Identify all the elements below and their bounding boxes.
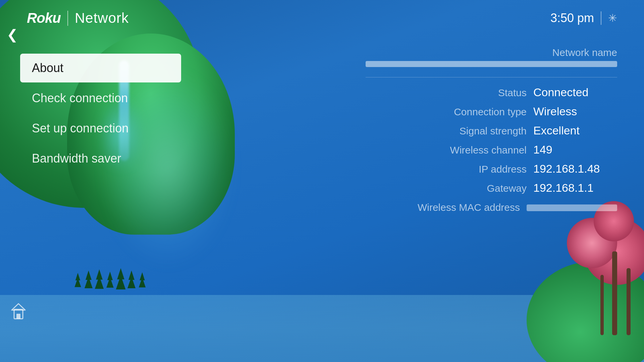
mac-address-label: Wireless MAC address <box>413 202 520 213</box>
gateway-label: Gateway <box>419 183 527 194</box>
info-row-gateway: Gateway 192.168.1.1 <box>366 181 617 194</box>
svg-rect-2 <box>16 314 20 319</box>
left-nav: About Check connection Set up connection… <box>20 54 181 174</box>
status-value: Connected <box>533 86 617 99</box>
wireless-channel-label: Wireless channel <box>419 144 527 156</box>
info-row-signal-strength: Signal strength Excellent <box>366 124 617 137</box>
info-divider <box>366 77 617 77</box>
roku-logo: Roku <box>27 10 61 26</box>
signal-icon: ✳ <box>608 12 617 24</box>
logo-divider <box>67 11 68 26</box>
home-icon <box>10 302 27 320</box>
ip-address-value: 192.168.1.48 <box>533 162 617 175</box>
header-divider <box>601 11 601 25</box>
info-row-ip-address: IP address 192.168.1.48 <box>366 162 617 175</box>
info-row-status: Status Connected <box>366 86 617 99</box>
mac-address-blurred <box>527 204 617 211</box>
nav-item-bandwidth-saver[interactable]: Bandwidth saver <box>20 144 181 173</box>
nav-item-about[interactable]: About <box>20 54 181 82</box>
logo-area: Roku Network <box>27 10 129 26</box>
back-button[interactable]: ❮ <box>7 27 18 42</box>
signal-strength-label: Signal strength <box>419 125 527 137</box>
ip-address-label: IP address <box>419 164 527 175</box>
info-row-mac-address: Wireless MAC address <box>366 200 617 214</box>
info-row-wireless-channel: Wireless channel 149 <box>366 143 617 156</box>
status-label: Status <box>419 87 527 99</box>
network-name-label: Network name <box>366 47 617 58</box>
signal-strength-value: Excellent <box>533 124 617 137</box>
info-row-connection-type: Connection type Wireless <box>366 105 617 118</box>
time-display: 3:50 pm <box>550 11 594 25</box>
header-right: 3:50 pm ✳ <box>550 11 617 25</box>
back-icon: ❮ <box>7 27 18 42</box>
mac-address-value <box>527 200 617 214</box>
network-name-value-blurred <box>366 61 617 67</box>
wireless-channel-value: 149 <box>533 143 617 156</box>
header: Roku Network 3:50 pm ✳ <box>27 10 617 26</box>
gateway-value: 192.168.1.1 <box>533 181 617 194</box>
home-icon-area[interactable] <box>10 302 27 322</box>
connection-type-value: Wireless <box>533 105 617 118</box>
info-panel: Network name Status Connected Connection… <box>366 47 617 220</box>
nav-item-setup-connection[interactable]: Set up connection <box>20 114 181 143</box>
connection-type-label: Connection type <box>419 106 527 118</box>
page-title: Network <box>75 10 129 26</box>
nav-item-check-connection[interactable]: Check connection <box>20 84 181 113</box>
